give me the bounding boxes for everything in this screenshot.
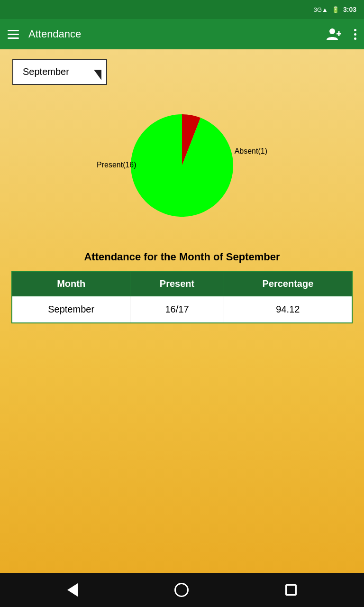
col-header-present: Present xyxy=(130,271,224,296)
home-button[interactable] xyxy=(174,583,189,597)
time-display: 3:03 xyxy=(343,6,356,13)
dropdown-arrow-icon xyxy=(94,70,101,80)
pie-chart xyxy=(125,109,239,222)
add-person-button[interactable] xyxy=(327,28,341,41)
app-title: Attendance xyxy=(28,28,317,40)
home-icon xyxy=(174,583,189,597)
back-icon xyxy=(67,583,78,597)
pie-chart-container: Present(16) Absent(1) xyxy=(92,104,272,227)
present-label: Present(16) xyxy=(97,161,136,169)
month-dropdown[interactable]: September xyxy=(12,59,107,85)
svg-point-0 xyxy=(329,28,335,34)
bottom-nav xyxy=(0,573,364,607)
app-bar: Attendance xyxy=(0,19,364,49)
col-header-percentage: Percentage xyxy=(224,271,352,296)
hamburger-menu-button[interactable] xyxy=(8,30,19,39)
main-content: September Present(16) Absent(1) Attenda xyxy=(0,49,364,573)
recents-icon xyxy=(285,584,297,596)
selected-month: September xyxy=(23,66,69,77)
absent-label: Absent(1) xyxy=(235,147,267,156)
cell-present: 16/17 xyxy=(130,296,224,323)
cell-percentage: 94.12 xyxy=(224,296,352,323)
signal-icon: 3G▲ xyxy=(314,6,328,13)
attendance-section-title: Attendance for the Month of September xyxy=(84,251,280,263)
back-button[interactable] xyxy=(67,583,78,597)
col-header-month: Month xyxy=(12,271,130,296)
recents-button[interactable] xyxy=(285,584,297,596)
more-options-button[interactable] xyxy=(354,29,356,40)
attendance-table: Month Present Percentage September 16/17… xyxy=(11,271,353,323)
month-selector[interactable]: September xyxy=(12,59,107,85)
cell-month: September xyxy=(12,296,130,323)
battery-icon: 🔋 xyxy=(332,6,339,13)
table-row: September 16/17 94.12 xyxy=(12,296,352,323)
status-bar: 3G▲ 🔋 3:03 xyxy=(0,0,364,19)
